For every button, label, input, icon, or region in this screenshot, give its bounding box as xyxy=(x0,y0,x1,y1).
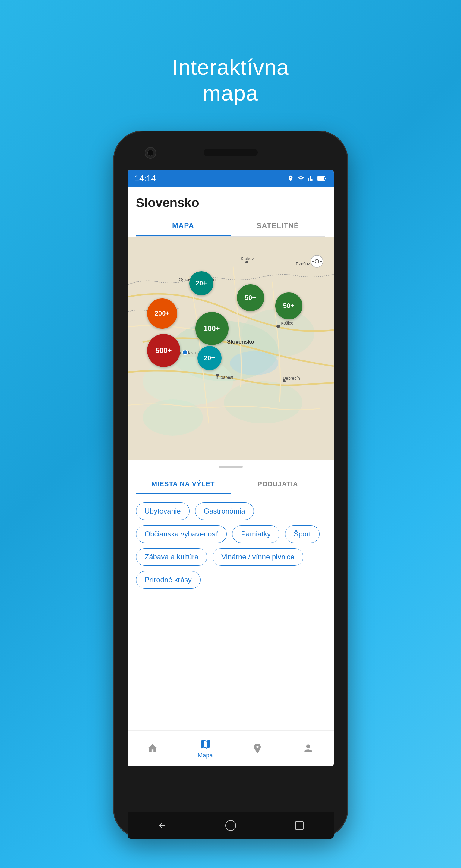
svg-point-11 xyxy=(245,261,248,264)
tab-mapa[interactable]: MAPA xyxy=(136,216,230,236)
signal-status-icon xyxy=(308,175,314,182)
android-back-btn[interactable] xyxy=(154,818,170,833)
android-recent-btn[interactable] xyxy=(292,818,307,833)
phone-speaker xyxy=(204,149,258,156)
tag-sport[interactable]: Šport xyxy=(285,525,319,543)
cluster-marker-500[interactable]: 500+ xyxy=(147,334,180,367)
nav-profile[interactable] xyxy=(302,743,314,754)
tag-gastronomia[interactable]: Gastronómia xyxy=(195,502,254,520)
svg-text:Krakov: Krakov xyxy=(241,256,254,261)
cluster-marker-20-top[interactable]: 20+ xyxy=(189,271,213,296)
svg-text:Košice: Košice xyxy=(281,321,294,326)
location-status-icon xyxy=(287,175,294,182)
category-tags: Ubytovanie Gastronómia Občianska vybaven… xyxy=(136,502,325,589)
location-icon xyxy=(252,743,263,754)
svg-text:Debrecín: Debrecín xyxy=(283,376,300,381)
tag-ubytovanie[interactable]: Ubytovanie xyxy=(136,502,190,520)
tag-prirodne[interactable]: Prírodné krásy xyxy=(136,571,201,589)
cluster-marker-50-mid[interactable]: 50+ xyxy=(237,284,264,311)
nav-home[interactable] xyxy=(147,743,158,754)
tag-pamiatky[interactable]: Pamiatky xyxy=(232,525,279,543)
phone-device: 14:14 xyxy=(113,130,348,839)
home-circle-icon xyxy=(225,820,236,831)
cluster-marker-50-right[interactable]: 50+ xyxy=(275,292,302,319)
page-title-area: Interaktívna mapa xyxy=(172,27,289,106)
battery-status-icon xyxy=(317,175,327,182)
svg-point-6 xyxy=(242,309,314,357)
tab-podujatia[interactable]: PODUJATIA xyxy=(230,475,325,494)
tab-satelitne[interactable]: SATELITNÉ xyxy=(230,216,325,236)
map-icon xyxy=(199,738,211,750)
person-icon xyxy=(302,743,314,754)
status-time: 14:14 xyxy=(135,174,156,183)
svg-rect-2 xyxy=(318,177,324,180)
nav-map[interactable]: Mapa xyxy=(197,738,213,759)
bottom-sheet: MIESTA NA VÝLET PODUJATIA Ubytovanie Gas… xyxy=(127,460,334,595)
app-header: Slovensko MAPA SATELITNÉ xyxy=(127,187,334,237)
android-nav-bar xyxy=(127,812,334,839)
phone-body: 14:14 xyxy=(113,130,348,839)
cluster-marker-200[interactable]: 200+ xyxy=(147,299,177,329)
cluster-marker-100[interactable]: 100+ xyxy=(195,312,228,345)
recent-square-icon xyxy=(295,821,304,830)
location-dot xyxy=(182,350,188,355)
back-icon xyxy=(157,821,166,830)
tab-miesta[interactable]: MIESTA NA VÝLET xyxy=(136,475,230,494)
svg-point-9 xyxy=(230,351,278,375)
category-tabs: MIESTA NA VÝLET PODUJATIA xyxy=(136,475,325,494)
map-tabs: MAPA SATELITNÉ xyxy=(136,216,325,237)
front-camera xyxy=(145,147,156,158)
tag-vinarne[interactable]: Vinárne / vínne pivnice xyxy=(213,548,303,566)
svg-point-8 xyxy=(224,381,302,424)
wifi-status-icon xyxy=(297,175,305,182)
nav-location[interactable] xyxy=(252,743,263,754)
svg-text:Budapešt: Budapešt xyxy=(216,375,233,380)
map-area[interactable]: Katovice Krakov Rzešov Ostrava Košice Sl… xyxy=(127,237,334,460)
svg-point-12 xyxy=(276,324,280,328)
svg-text:Slovensko: Slovensko xyxy=(227,339,254,345)
page-title: Interaktívna mapa xyxy=(172,54,289,106)
svg-text:Rzešov: Rzešov xyxy=(296,261,310,266)
status-icons xyxy=(287,175,327,182)
drag-handle xyxy=(219,466,243,468)
bottom-nav: Mapa xyxy=(127,730,334,767)
android-home-btn[interactable] xyxy=(223,818,238,833)
home-icon xyxy=(147,743,158,754)
tag-zabava[interactable]: Zábava a kultúra xyxy=(136,548,208,566)
cluster-marker-20-bottom[interactable]: 20+ xyxy=(197,346,222,370)
status-bar: 14:14 xyxy=(127,170,334,187)
svg-rect-1 xyxy=(325,178,326,179)
app-title: Slovensko xyxy=(136,195,325,210)
nav-map-label: Mapa xyxy=(197,752,213,759)
phone-screen: 14:14 xyxy=(127,170,334,767)
tag-obcianska[interactable]: Občianska vybavenosť xyxy=(136,525,227,543)
